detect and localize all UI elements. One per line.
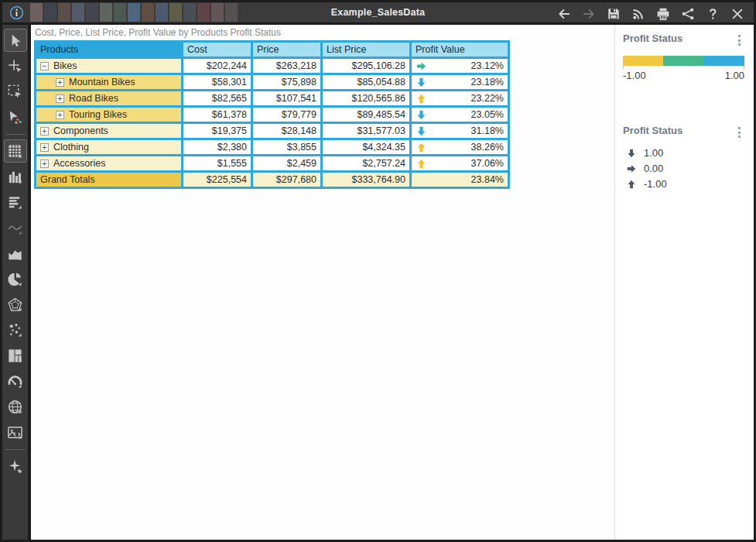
list-price-cell[interactable]: $85,054.88: [322, 74, 411, 91]
cost-cell[interactable]: $225,554: [183, 172, 252, 188]
table-visual-icon[interactable]: [4, 139, 27, 163]
marquee-select-tool-icon[interactable]: [4, 80, 27, 103]
palette-swatch[interactable]: [86, 3, 98, 22]
price-cell[interactable]: $28,148: [252, 123, 322, 139]
bar-chart-icon[interactable]: [4, 190, 27, 214]
info-icon[interactable]: [9, 5, 24, 20]
column-chart-icon[interactable]: [4, 165, 27, 188]
line-chart-icon[interactable]: [4, 216, 27, 239]
design-canvas: Cost, Price, List Price, Profit Value by…: [31, 25, 614, 540]
list-price-cell[interactable]: $89,485.54: [322, 107, 411, 123]
treemap-icon[interactable]: [4, 344, 27, 367]
legend-title: Profit Status: [623, 33, 682, 44]
price-cell[interactable]: $263,218: [252, 58, 322, 74]
palette-swatch[interactable]: [72, 3, 84, 22]
cost-cell[interactable]: $82,565: [183, 91, 252, 107]
column-header-list-price[interactable]: List Price: [322, 42, 411, 58]
arrow-right-icon: [416, 61, 426, 71]
row-label-cell[interactable]: +Accessories: [36, 156, 183, 172]
crosshair-tool-icon[interactable]: [4, 54, 27, 77]
price-cell[interactable]: $2,459: [252, 156, 322, 172]
palette-swatch[interactable]: [30, 3, 43, 22]
cost-cell[interactable]: $19,375: [183, 123, 252, 139]
profit-value-cell[interactable]: 23.12%: [411, 58, 509, 74]
share-icon[interactable]: [681, 7, 695, 21]
save-icon[interactable]: [607, 7, 621, 21]
print-icon[interactable]: [656, 7, 670, 21]
pointer-tool-icon[interactable]: [4, 29, 27, 52]
profit-value-cell[interactable]: 23.18%: [411, 74, 509, 91]
row-label-cell[interactable]: +Clothing: [36, 139, 183, 156]
legend-item-label: 1.00: [644, 147, 663, 159]
palette-swatch[interactable]: [114, 3, 126, 22]
row-label-cell[interactable]: +Touring Bikes: [36, 107, 183, 123]
column-header-cost[interactable]: Cost: [183, 42, 252, 58]
row-label-cell[interactable]: +Road Bikes: [36, 91, 183, 107]
profit-value-cell[interactable]: 23.05%: [411, 107, 509, 123]
palette-swatch[interactable]: [197, 3, 210, 22]
palette-swatch[interactable]: [211, 3, 224, 22]
column-header-products[interactable]: Products: [36, 42, 183, 58]
gauge-icon[interactable]: [4, 369, 27, 393]
area-chart-icon[interactable]: [4, 242, 27, 265]
collapse-toggle-icon[interactable]: −: [40, 62, 49, 70]
list-price-cell[interactable]: $31,577.03: [322, 123, 411, 139]
expand-toggle-icon[interactable]: +: [40, 127, 49, 136]
cost-cell[interactable]: $61,378: [183, 107, 252, 123]
scatter-chart-icon[interactable]: [4, 318, 27, 341]
expand-toggle-icon[interactable]: +: [56, 78, 64, 87]
list-price-cell[interactable]: $120,565.86: [322, 91, 411, 107]
back-icon[interactable]: [557, 7, 571, 21]
palette-swatch[interactable]: [44, 3, 56, 22]
row-label-cell[interactable]: −Bikes: [36, 58, 183, 74]
help-icon[interactable]: [706, 7, 720, 21]
list-price-cell[interactable]: $2,757.24: [322, 156, 411, 172]
price-cell[interactable]: $75,898: [252, 74, 322, 91]
list-price-cell[interactable]: $295,106.28: [322, 58, 411, 74]
expand-toggle-icon[interactable]: +: [56, 94, 64, 103]
expand-toggle-icon[interactable]: +: [40, 160, 49, 168]
expand-toggle-icon[interactable]: +: [56, 111, 64, 119]
ai-sparkle-icon[interactable]: [4, 455, 27, 478]
profit-value-cell[interactable]: 38.26%: [411, 139, 509, 156]
legend-menu-icon[interactable]: [734, 125, 744, 140]
multi-select-tool-icon[interactable]: [4, 105, 27, 129]
palette-swatch[interactable]: [100, 3, 112, 22]
profit-value-cell[interactable]: 31.18%: [411, 123, 509, 139]
price-cell[interactable]: $3,855: [252, 139, 322, 156]
row-label-cell[interactable]: Grand Totals: [36, 172, 183, 188]
image-embed-icon[interactable]: [4, 420, 27, 444]
palette-swatch[interactable]: [58, 3, 70, 22]
map-icon[interactable]: [4, 395, 27, 418]
cost-cell[interactable]: $2,380: [183, 139, 252, 156]
price-cell[interactable]: $79,779: [252, 107, 322, 123]
palette-swatch[interactable]: [156, 3, 168, 22]
price-cell[interactable]: $107,541: [252, 91, 322, 107]
cost-cell[interactable]: $1,555: [183, 156, 252, 172]
close-icon[interactable]: [730, 7, 744, 21]
list-price-cell[interactable]: $4,324.35: [322, 139, 411, 156]
column-header-profit-value[interactable]: Profit Value: [411, 42, 509, 58]
column-header-price[interactable]: Price: [252, 42, 322, 58]
profit-value-cell[interactable]: 37.06%: [411, 156, 509, 172]
topbar-actions: [557, 2, 744, 25]
expand-toggle-icon[interactable]: +: [40, 143, 49, 152]
profit-value-cell[interactable]: 23.22%: [411, 91, 509, 107]
palette-swatch[interactable]: [142, 3, 154, 22]
price-cell[interactable]: $297,680: [252, 172, 322, 188]
palette-swatch[interactable]: [169, 3, 182, 22]
list-price-cell[interactable]: $333,764.90: [322, 172, 411, 188]
palette-swatch[interactable]: [183, 3, 196, 22]
legend-menu-icon[interactable]: [734, 33, 744, 48]
row-label-cell[interactable]: +Mountain Bikes: [36, 74, 183, 91]
radar-chart-icon[interactable]: [4, 293, 27, 316]
palette-swatch[interactable]: [225, 3, 238, 22]
cost-cell[interactable]: $202,244: [183, 58, 252, 74]
cost-cell[interactable]: $58,301: [183, 74, 252, 91]
feed-icon[interactable]: [631, 7, 645, 21]
pie-chart-icon[interactable]: [4, 267, 27, 290]
profit-value-cell[interactable]: 23.84%: [411, 172, 509, 188]
legend-item-label: -1.00: [644, 178, 667, 190]
palette-swatch[interactable]: [128, 3, 140, 22]
row-label-cell[interactable]: +Components: [36, 123, 183, 139]
